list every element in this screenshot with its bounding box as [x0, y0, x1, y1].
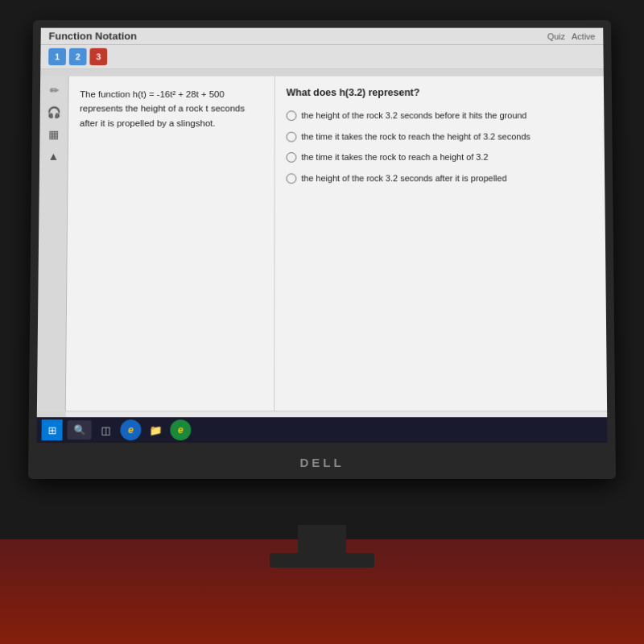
pencil-icon[interactable]: ✏: [49, 84, 59, 97]
question-num-2[interactable]: 2: [69, 48, 87, 65]
question-number-row: 1 2 3: [40, 45, 603, 69]
question-text: The function h(t) = -16t² + 28t + 500 re…: [80, 87, 263, 130]
taskbar-cortana-icon[interactable]: ◫: [96, 420, 115, 440]
monitor-bezel: Function Notation Quiz Active 1 2 3 ✏ 🎧 …: [28, 20, 616, 479]
option-4-text: the height of the rock 3.2 seconds after…: [301, 171, 506, 184]
start-button[interactable]: ⊞: [41, 419, 62, 440]
taskbar-search-icon[interactable]: 🔍: [67, 420, 91, 440]
option-2-text: the time it takes the rock to reach the …: [301, 130, 530, 142]
content-area: ✏ 🎧 ▦ ▲ The function h(t) = -16t² + 28t …: [37, 76, 607, 411]
monitor-stand-base: [270, 553, 374, 568]
answer-option-1[interactable]: the height of the rock 3.2 seconds befor…: [287, 109, 593, 122]
answer-panel: What does h(3.2) represent? the height o…: [275, 76, 607, 411]
left-sidebar: ✏ 🎧 ▦ ▲: [37, 76, 69, 411]
option-3-text: the time it takes the rock to reach a he…: [301, 151, 488, 163]
option-1-text: the height of the rock 3.2 seconds befor…: [301, 109, 526, 122]
radio-1[interactable]: [287, 110, 297, 121]
quiz-app: Function Notation Quiz Active 1 2 3 ✏ 🎧 …: [36, 28, 607, 443]
taskbar-ie-icon[interactable]: e: [120, 419, 141, 440]
app-header: Function Notation Quiz Active: [41, 28, 604, 45]
taskbar-edge-icon[interactable]: e: [170, 419, 191, 440]
taskbar-folder-icon[interactable]: 📁: [146, 420, 165, 440]
headphone-icon[interactable]: 🎧: [47, 106, 61, 119]
monitor-screen: Function Notation Quiz Active 1 2 3 ✏ 🎧 …: [36, 28, 607, 443]
page-title: Function Notation: [48, 31, 547, 43]
radio-4[interactable]: [286, 173, 296, 184]
monitor-stand-neck: [298, 525, 346, 557]
quiz-tab[interactable]: Quiz: [547, 31, 565, 41]
answer-prompt: What does h(3.2) represent?: [287, 87, 593, 98]
up-arrow-icon[interactable]: ▲: [48, 150, 60, 163]
answer-option-4[interactable]: the height of the rock 3.2 seconds after…: [286, 171, 593, 184]
answer-option-3[interactable]: the time it takes the rock to reach a he…: [287, 151, 594, 163]
answer-option-2[interactable]: the time it takes the rock to reach the …: [287, 130, 593, 142]
calculator-icon[interactable]: ▦: [48, 128, 59, 141]
dell-logo: DELL: [299, 456, 344, 469]
question-num-1[interactable]: 1: [48, 48, 66, 65]
active-tab[interactable]: Active: [572, 31, 596, 41]
question-num-3[interactable]: 3: [89, 48, 107, 65]
question-panel: The function h(t) = -16t² + 28t + 500 re…: [66, 76, 275, 411]
radio-2[interactable]: [287, 131, 297, 142]
radio-3[interactable]: [287, 152, 297, 163]
taskbar: ⊞ 🔍 ◫ e 📁 e: [36, 417, 607, 443]
